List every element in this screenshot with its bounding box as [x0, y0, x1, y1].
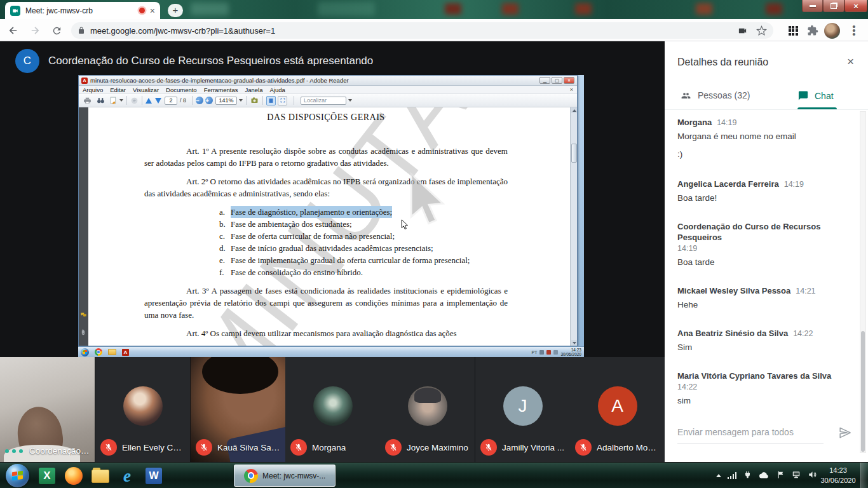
zoom-out-icon: −	[196, 97, 203, 104]
meeting-details-panel: Detalhes da reunião × Pessoas (32) Chat …	[665, 41, 868, 462]
panel-close-icon[interactable]: ×	[847, 55, 854, 67]
tab-people-label: Pessoas (32)	[698, 90, 750, 100]
meet-favicon	[10, 6, 20, 16]
glass-blur-shape	[766, 3, 782, 15]
forward-button[interactable]	[27, 22, 43, 39]
history-disabled-icon	[130, 97, 139, 105]
chat-scrollbar[interactable]	[860, 111, 866, 453]
action-center-flag-icon[interactable]	[776, 470, 785, 482]
doc-art2: Art. 2º O retorno das atividades acadêmi…	[144, 175, 508, 200]
scroll-thumb	[571, 144, 577, 163]
bookmark-star-icon[interactable]	[756, 25, 767, 36]
message-text: Sim	[677, 342, 850, 353]
address-bar[interactable]: meet.google.com/jwc-mwsv-crb?pli=1&authu…	[71, 22, 773, 39]
start-button[interactable]	[6, 464, 29, 487]
taskbar-meet-window-button[interactable]: Meet: jwc-mwsv-...	[234, 464, 336, 487]
camera-in-use-icon[interactable]	[736, 26, 749, 36]
chat-scroll-thumb[interactable]	[861, 331, 865, 452]
presenter-avatar: C	[15, 49, 39, 73]
power-plug-icon[interactable]	[743, 470, 752, 482]
show-desktop-button[interactable]	[860, 463, 868, 488]
participant-tile-morgana[interactable]: Morgana	[285, 357, 380, 462]
browser-tab-meet[interactable]: Meet: jwc-mwsv-crb ×	[5, 2, 160, 19]
participant-tile-ellen[interactable]: Ellen Evely Car...	[95, 357, 190, 462]
participant-tile-kaua[interactable]: Kauã Silva Sant...	[191, 357, 285, 462]
shared-screen-video: A minuta-resolucao-acoes-de-fases-de-imp…	[78, 75, 584, 357]
reload-button[interactable]	[48, 22, 65, 39]
volume-icon[interactable]	[808, 470, 817, 482]
profile-avatar[interactable]	[824, 22, 840, 39]
input-underline	[677, 443, 824, 444]
taskbar-explorer-icon[interactable]	[90, 466, 111, 486]
participant-name: Morgana	[312, 443, 346, 452]
pdf-menubar-close-icon: ×	[570, 86, 573, 93]
tab-close-icon[interactable]: ×	[150, 6, 155, 15]
adobe-reader-window: A minuta-resolucao-acoes-de-fases-de-imp…	[78, 75, 578, 346]
taskbar-ie-icon[interactable]: e	[117, 466, 137, 486]
windows-taskbar: X e W Meet: jwc-mwsv-...	[0, 462, 868, 488]
message-sender: Angelica Lacerda Ferreira	[677, 179, 779, 189]
message-sender: Morgana	[677, 118, 712, 127]
meet-stage: C Coordenação do Curso de Recursos Pesqu…	[0, 41, 665, 462]
message-time: 14:22	[677, 382, 850, 393]
pdf-title-bar: A minuta-resolucao-acoes-de-fases-de-imp…	[79, 76, 577, 86]
participant-tile-jamilly[interactable]: J Adalberto Mon... Jamilly Vitoria ...	[475, 357, 570, 462]
browser-menu-dots-icon[interactable]: •••	[846, 22, 862, 39]
minimize-icon	[810, 5, 816, 7]
chat-message: Ana Beatriz Sinésio da Silva14:22 Sim	[677, 328, 850, 353]
pdf-menu-arquivo: Arquivo	[83, 86, 103, 93]
cloud-icon[interactable]	[759, 470, 770, 482]
window-minimize-button[interactable]	[802, 0, 823, 12]
pdf-menu-ajuda: Ajuda	[270, 86, 285, 93]
participant-letter-avatar: A	[598, 386, 637, 426]
signal-bars-icon[interactable]	[728, 472, 737, 479]
back-button[interactable]	[5, 22, 22, 39]
send-icon[interactable]	[837, 426, 853, 442]
taskbar-firefox-icon[interactable]	[64, 466, 84, 486]
message-time: 14:19	[677, 243, 850, 254]
pdf-toolbar: 2 / 8 − + 141%	[79, 94, 577, 107]
network-monitor-icon[interactable]	[791, 470, 801, 482]
pdf-maximize-button: ▢	[552, 77, 562, 84]
participant-tile-coordenacao[interactable]: Coordenação d...	[0, 357, 95, 462]
chat-message: Morgana14:19 Morgana é meu nome no email…	[677, 117, 850, 160]
participant-name: Ellen Evely Car...	[122, 443, 185, 452]
chat-icon	[797, 90, 809, 101]
participant-name: Joyce Maximino	[407, 443, 468, 452]
browser-toolbar: meet.google.com/jwc-mwsv-crb?pli=1&authu…	[0, 19, 868, 41]
new-tab-button[interactable]: +	[168, 4, 183, 17]
mic-off-icon	[480, 439, 497, 456]
windows-flag-icon	[12, 471, 23, 480]
window-restore-button[interactable]	[823, 0, 844, 12]
chat-input[interactable]: Enviar mensagem para todos	[677, 427, 824, 444]
pdf-menu-documento: Documento	[166, 86, 197, 93]
taskbar-word-icon[interactable]: W	[144, 466, 164, 486]
tab-people[interactable]: Pessoas (32)	[679, 90, 750, 100]
taskbar-excel-icon[interactable]: X	[37, 466, 57, 486]
dropdown-caret	[119, 99, 123, 102]
message-text: Boa tarde	[677, 257, 850, 268]
presenter-clock-date: 30/06/2020	[560, 352, 581, 356]
participant-tile-joyce[interactable]: Joyce Maximino	[380, 357, 475, 462]
taskbar-button-label: Meet: jwc-mwsv-...	[262, 471, 325, 480]
presenter-cursor-large	[406, 171, 453, 234]
active-tab-underline	[797, 107, 837, 109]
tab-chat[interactable]: Chat	[797, 90, 834, 101]
doc-art1: Art. 1º A presente resolução dispõe sobr…	[144, 145, 508, 169]
page-total-label: / 8	[180, 97, 186, 104]
glass-blur-shape	[191, 3, 229, 15]
participant-tile-adalberto[interactable]: A Adalberto Mon...	[570, 357, 665, 462]
page-number-input: 2	[165, 97, 177, 105]
zoom-caret	[239, 99, 243, 102]
extensions-puzzle-icon[interactable]	[804, 22, 821, 39]
extension-grid-icon[interactable]	[785, 22, 801, 39]
participant-name: Adalberto Mon...	[597, 443, 660, 452]
scroll-up-arrow	[571, 107, 577, 113]
taskbar-clock[interactable]: 14:23 30/06/2020	[818, 465, 858, 485]
message-sender: Ana Beatriz Sinésio da Silva	[677, 329, 788, 338]
window-close-button[interactable]: ×	[844, 0, 867, 12]
glass-blur-shape	[575, 3, 592, 15]
chat-message: Mickael Wesley Silva Pessoa14:21 Hehe	[677, 285, 850, 311]
tray-chevron-icon[interactable]	[716, 474, 721, 477]
message-text: Morgana é meu nome no email	[677, 131, 850, 142]
